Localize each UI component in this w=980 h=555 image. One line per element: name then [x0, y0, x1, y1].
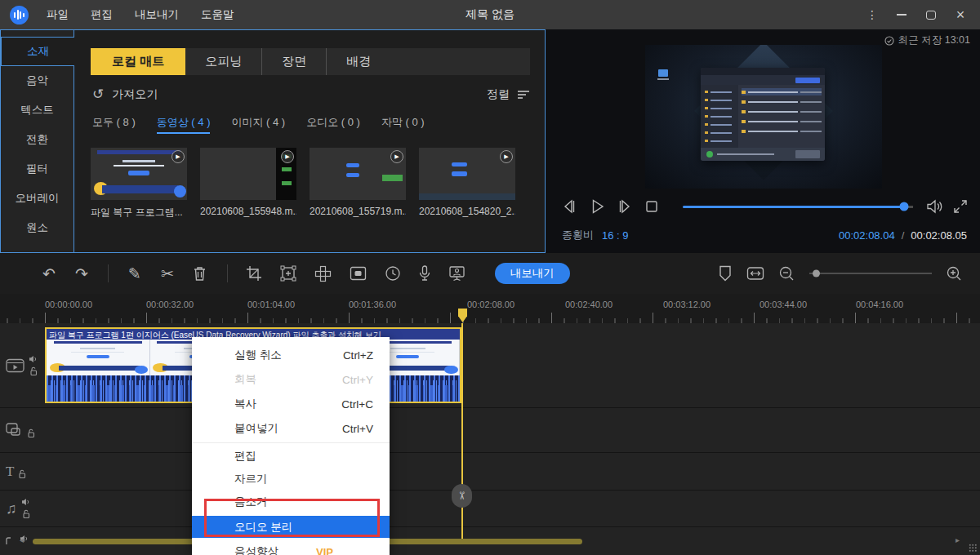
- edit-pencil-button[interactable]: ✎: [128, 266, 141, 282]
- ctx-paste[interactable]: 붙여넣기Ctrl+V: [192, 416, 390, 441]
- current-time: 00:02:08.04: [839, 229, 895, 242]
- ruler-label: 00:02:40.00: [565, 300, 612, 309]
- media-item[interactable]: ▶ 20210608_154820_2...: [419, 148, 515, 220]
- next-frame-button[interactable]: [616, 198, 634, 215]
- sidebar-item-media[interactable]: 소재: [1, 37, 74, 66]
- mosaic-button[interactable]: [314, 265, 332, 282]
- media-panel: 소재 음악 텍스트 전환 필터 오버레이 원소 로컬 매트 오피닝 장면 배경 …: [0, 29, 546, 253]
- volume-icon[interactable]: [926, 199, 944, 214]
- ctx-copy[interactable]: 복사Ctrl+C: [192, 392, 390, 416]
- crop-button[interactable]: [246, 265, 262, 282]
- filter-video[interactable]: 동영상 ( 4 ): [157, 115, 211, 134]
- maximize-button[interactable]: [916, 0, 946, 29]
- playback-controls: [560, 198, 969, 215]
- preview-viewport[interactable]: [645, 45, 882, 189]
- stop-button[interactable]: [644, 198, 660, 215]
- menu-file[interactable]: 파일: [47, 7, 69, 22]
- resize-grip[interactable]: [969, 544, 978, 553]
- sidebar-item-transition[interactable]: 전환: [1, 125, 74, 154]
- menu-help[interactable]: 도움말: [201, 7, 234, 22]
- zoom-knob[interactable]: [813, 270, 820, 278]
- timeline-ruler[interactable]: 00:00:00.00 00:00:32.00 00:01:04.00 00:0…: [0, 294, 980, 323]
- filter-all[interactable]: 모두 ( 8 ): [92, 115, 136, 134]
- ruler-label: 00:02:08.00: [467, 300, 514, 309]
- import-icon: ↺: [92, 86, 104, 103]
- aspect-ratio-value[interactable]: 16 : 9: [602, 229, 629, 242]
- previous-frame-button[interactable]: [560, 198, 578, 215]
- undo-button[interactable]: ↶: [42, 266, 56, 282]
- minimize-button[interactable]: [887, 0, 916, 29]
- close-button[interactable]: ×: [946, 0, 975, 29]
- cut-scissors-button[interactable]: ✂: [161, 266, 174, 282]
- duration-clock-button[interactable]: [385, 265, 401, 282]
- fullscreen-icon[interactable]: [952, 198, 969, 215]
- picture-in-picture-button[interactable]: [350, 266, 367, 281]
- tab-local-material[interactable]: 로컬 매트: [91, 48, 185, 75]
- tab-opening[interactable]: 오피닝: [185, 48, 261, 75]
- track-lock-icon[interactable]: [18, 469, 26, 479]
- desktop-shortcut-mock: [658, 69, 668, 77]
- preview-progress-slider[interactable]: [683, 206, 913, 208]
- filter-audio[interactable]: 오디오 ( 0 ): [306, 115, 360, 134]
- microphone-button[interactable]: [419, 265, 430, 282]
- track-lock-icon[interactable]: [29, 366, 38, 376]
- ctx-redo[interactable]: 회복Ctrl+Y: [192, 367, 390, 392]
- media-item[interactable]: ▶ 20210608_155719.m...: [310, 148, 406, 220]
- zoom-out-button[interactable]: [779, 266, 795, 282]
- import-button[interactable]: 가져오기: [112, 87, 158, 102]
- sidebar-item-text[interactable]: 텍스트: [1, 95, 74, 125]
- ruler-label: 00:03:44.00: [760, 300, 807, 309]
- export-button[interactable]: 내보내기: [495, 263, 570, 284]
- media-item-name: 20210608_155719.m...: [310, 206, 406, 217]
- marker-button[interactable]: [719, 265, 732, 282]
- menu-edit[interactable]: 편집: [91, 7, 113, 22]
- ctx-undo[interactable]: 실행 취소Ctrl+Z: [192, 343, 390, 367]
- video-play-badge-icon: ▶: [281, 150, 294, 163]
- redo-button[interactable]: ↷: [75, 266, 88, 282]
- ruler-label: 00:01:04.00: [247, 300, 295, 309]
- video-track: 파일 복구 프로그램 1편 이지어스 (EaseUS Data Recovery…: [0, 323, 980, 408]
- playhead-scissors-handle[interactable]: ✂: [452, 484, 472, 508]
- media-item[interactable]: ▶ 파일 복구 프로그램...: [91, 148, 187, 220]
- scissors-icon: ✂: [456, 491, 468, 500]
- more-options-icon[interactable]: ⋮: [858, 0, 887, 29]
- play-button[interactable]: [588, 198, 606, 215]
- video-play-badge-icon: ▶: [172, 150, 185, 163]
- zoom-select-button[interactable]: [280, 265, 296, 282]
- sidebar-item-element[interactable]: 원소: [1, 213, 74, 242]
- track-volume-icon[interactable]: [21, 498, 31, 506]
- menu-export[interactable]: 내보내기: [135, 7, 179, 22]
- delete-trash-button[interactable]: [192, 265, 207, 282]
- tab-background[interactable]: 배경: [326, 48, 390, 75]
- ruler-label: 00:01:36.00: [349, 300, 396, 309]
- track-lock-icon[interactable]: [22, 509, 30, 519]
- ctx-voice-enhance[interactable]: 음성향상 VIP: [192, 540, 390, 555]
- audio-track-icon: [6, 537, 16, 545]
- filter-subtitle[interactable]: 자막 ( 0 ): [381, 115, 425, 134]
- sidebar-item-filter[interactable]: 필터: [1, 154, 74, 184]
- ruler-label: 00:00:32.00: [146, 300, 194, 309]
- ctx-crop[interactable]: 자르기: [192, 468, 390, 491]
- progress-knob[interactable]: [899, 202, 908, 211]
- tab-scene[interactable]: 장면: [261, 48, 326, 75]
- timeline-toolbar: ↶ ↷ ✎ ✂ 내보내기: [0, 253, 980, 294]
- track-volume-icon[interactable]: [29, 355, 38, 363]
- track-lock-icon[interactable]: [27, 428, 35, 438]
- sort-label: 정렬: [487, 87, 510, 102]
- scroll-right-arrow[interactable]: ▸: [956, 535, 960, 544]
- ruler-label: 00:04:16.00: [856, 300, 903, 309]
- filter-image[interactable]: 이미지 ( 4 ): [231, 115, 285, 134]
- text-track: T: [0, 453, 980, 491]
- media-item[interactable]: ▶ 20210608_155948.m...: [200, 148, 296, 220]
- screen-record-button[interactable]: [448, 265, 466, 282]
- sort-control[interactable]: 정렬: [487, 87, 530, 102]
- sidebar-item-music[interactable]: 음악: [1, 66, 74, 95]
- sidebar-item-overlay[interactable]: 오버레이: [1, 184, 74, 213]
- ctx-edit[interactable]: 편집: [192, 445, 390, 468]
- timeline-zoom-slider[interactable]: [809, 273, 932, 274]
- media-content: 로컬 매트 오피닝 장면 배경 ↺ 가져오기 정렬 모두 ( 8 ) 동영상 (…: [74, 30, 545, 252]
- zoom-in-button[interactable]: [947, 266, 962, 282]
- music-track-icon: ♫: [6, 501, 17, 516]
- fit-timeline-button[interactable]: [746, 266, 764, 281]
- scroll-left-arrow[interactable]: ◂: [20, 535, 24, 544]
